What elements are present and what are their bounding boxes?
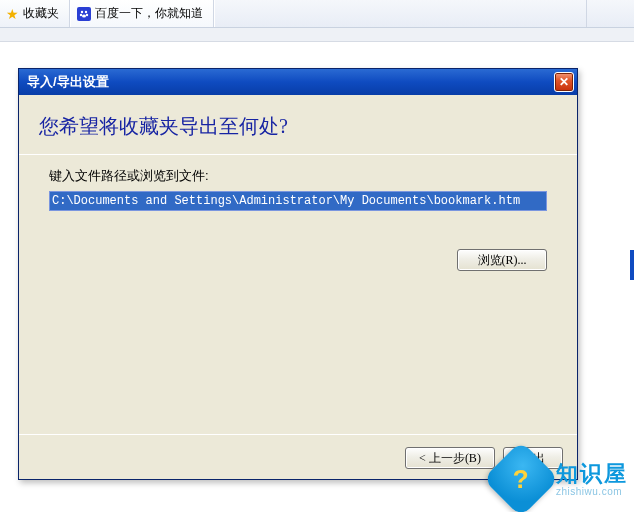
close-button[interactable]: ✕ <box>554 72 574 92</box>
tab-strip-empty <box>214 0 586 27</box>
baidu-icon <box>77 7 91 21</box>
close-icon: ✕ <box>559 75 569 89</box>
import-export-dialog: 导入/导出设置 ✕ 您希望将收藏夹导出至何处? 键入文件路径或浏览到文件: 浏览… <box>18 68 578 480</box>
tab-label: 百度一下，你就知道 <box>95 5 203 22</box>
bottom-divider <box>19 434 577 435</box>
svg-point-2 <box>80 13 82 15</box>
favorites-button[interactable]: ★ 收藏夹 <box>0 0 70 27</box>
tab-baidu[interactable]: 百度一下，你就知道 <box>70 0 214 27</box>
watermark: ? 知识屋 zhishiwu.com <box>494 452 628 506</box>
question-mark-icon: ? <box>513 463 529 494</box>
dialog-body: 您希望将收藏夹导出至何处? 键入文件路径或浏览到文件: 浏览(R)... < 上… <box>19 95 577 479</box>
browser-body-strip <box>0 28 634 42</box>
favorites-label: 收藏夹 <box>23 5 59 22</box>
svg-point-4 <box>82 14 86 17</box>
svg-point-1 <box>85 10 87 12</box>
path-input-wrapper <box>49 191 547 211</box>
browser-toolbar: ★ 收藏夹 百度一下，你就知道 <box>0 0 634 28</box>
svg-point-3 <box>86 13 88 15</box>
path-panel: 键入文件路径或浏览到文件: 浏览(R)... <box>33 167 563 271</box>
divider <box>19 154 577 155</box>
browse-button[interactable]: 浏览(R)... <box>457 249 547 271</box>
path-field-label: 键入文件路径或浏览到文件: <box>49 167 563 185</box>
dialog-titlebar[interactable]: 导入/导出设置 ✕ <box>19 69 577 95</box>
watermark-text: 知识屋 zhishiwu.com <box>556 461 628 498</box>
dialog-title: 导入/导出设置 <box>27 73 109 91</box>
dialog-question: 您希望将收藏夹导出至何处? <box>19 95 577 154</box>
watermark-badge: ? <box>483 441 559 512</box>
path-input[interactable] <box>50 192 546 210</box>
back-button[interactable]: < 上一步(B) <box>405 447 495 469</box>
decorative-edge <box>630 250 634 280</box>
star-icon: ★ <box>6 7 19 21</box>
svg-point-0 <box>81 10 83 12</box>
toolbar-end <box>586 0 634 27</box>
watermark-name-en: zhishiwu.com <box>556 486 628 498</box>
watermark-name-zh: 知识屋 <box>556 461 628 486</box>
